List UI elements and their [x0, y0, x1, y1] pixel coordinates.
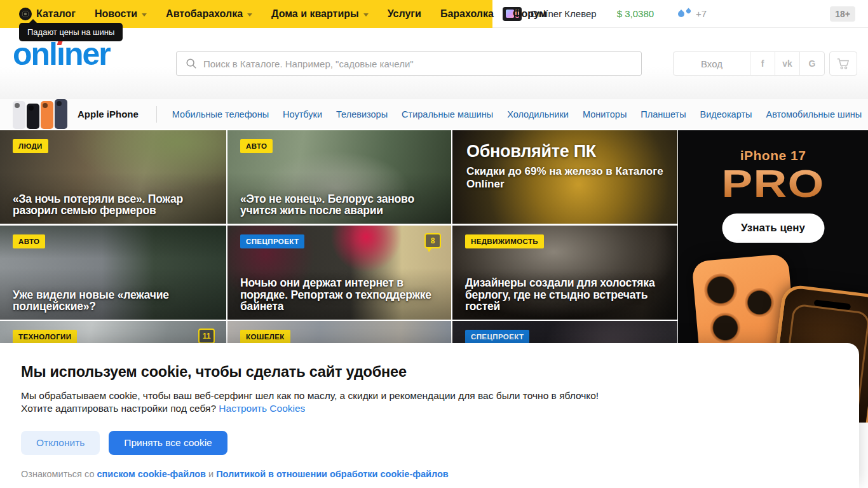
- facebook-login-button[interactable]: f: [750, 52, 775, 75]
- catalog-link-washers[interactable]: Стиральные машины: [402, 109, 493, 119]
- news-title: «За ночь потеряли все». Пожар разорил се…: [13, 193, 212, 216]
- login-button[interactable]: Вход: [674, 52, 750, 75]
- top-nav: Каталог Новости Автобарахолка Дома и ква…: [0, 0, 492, 28]
- rubric-badge[interactable]: НЕДВИЖИМОСТЬ: [465, 234, 544, 248]
- promo-subtitle: Скидки до 69% на железо в Каталоге Onlín…: [466, 165, 665, 191]
- top-nav-label: Новости: [95, 8, 137, 20]
- top-nav-label: Каталог: [36, 8, 76, 20]
- cookie-title: Мы используем cookie, чтобы сделать сайт…: [21, 363, 834, 381]
- top-nav-label: Дома и квартиры: [271, 8, 359, 20]
- search-box: [176, 51, 642, 76]
- auth-group: Вход f vk G: [673, 51, 825, 76]
- rain-icon: [677, 9, 686, 18]
- search-input[interactable]: [203, 58, 641, 69]
- rubric-badge[interactable]: СПЕЦПРОЕКТ: [240, 234, 304, 248]
- tire-icon: [19, 8, 32, 20]
- comments-count-badge[interactable]: 8: [424, 233, 441, 248]
- cookie-list-link[interactable]: списком cookie-файлов: [97, 469, 206, 479]
- iphone-thumbnail[interactable]: [13, 99, 69, 129]
- catalog-link-fridges[interactable]: Холодильники: [507, 109, 569, 119]
- catalog-link-laptops[interactable]: Ноутбуки: [283, 109, 322, 119]
- rubric-badge[interactable]: СПЕЦПРОЕКТ: [465, 330, 529, 344]
- header: onlıner Вход f vk G: [0, 28, 868, 99]
- cookie-policy-link[interactable]: Политикой в отношении обработки cookie-ф…: [216, 469, 449, 479]
- cart-icon: [836, 57, 850, 70]
- ad-cta-button[interactable]: Узнать цену: [722, 214, 824, 243]
- catalog-link-tablets[interactable]: Планшеты: [641, 109, 686, 119]
- top-nav-label: Услуги: [388, 8, 421, 20]
- comments-count-badge[interactable]: 11: [198, 329, 215, 344]
- top-nav-autobarakholka[interactable]: Автобарахолка: [166, 8, 252, 20]
- onliner-logo[interactable]: onlıner: [13, 38, 110, 70]
- catalog-links: Мобильные телефоны Ноутбуки Телевизоры С…: [172, 109, 862, 119]
- google-login-button[interactable]: G: [799, 52, 824, 75]
- chevron-down-icon: [363, 13, 369, 17]
- promo-title: Обновляйте ПК: [466, 142, 665, 161]
- top-bar: Каталог Новости Автобарахолка Дома и ква…: [0, 0, 868, 28]
- chevron-down-icon: [247, 13, 252, 17]
- currency-rate[interactable]: $ 3,0380: [617, 8, 654, 19]
- catalog-link-gpus[interactable]: Видеокарты: [700, 109, 752, 119]
- catalog-link-tvs[interactable]: Телевизоры: [336, 109, 388, 119]
- news-tile-speed-bumps[interactable]: АВТО Уже видели новые «лежачие полицейск…: [0, 226, 226, 320]
- rubric-badge[interactable]: ТЕХНОЛОГИИ: [13, 330, 77, 344]
- ad-title: PRO: [678, 161, 868, 206]
- configure-cookies-link[interactable]: Настроить Cookies: [219, 403, 305, 414]
- search-icon: [186, 58, 197, 69]
- cookie-body: Мы обрабатываем cookie, чтобы ваш веб-се…: [21, 390, 834, 416]
- top-bar-widgets: Onlíner Клевер $ 3,0380 +7 18+: [492, 0, 868, 28]
- top-nav-services[interactable]: Услуги: [388, 8, 421, 20]
- top-nav-forum[interactable]: Форум: [513, 8, 547, 20]
- chevron-down-icon: [142, 13, 147, 17]
- news-tile-tech-support[interactable]: СПЕЦПРОЕКТ 8 Ночью они держат интернет в…: [227, 226, 451, 320]
- divider: [156, 106, 157, 123]
- news-tile-farmers[interactable]: ЛЮДИ «За ночь потеряли все». Пожар разор…: [0, 130, 226, 224]
- onliner-homepage: Каталог Новости Автобарахолка Дома и ква…: [0, 0, 868, 488]
- cookie-footer: Ознакомиться со списком cookie-файлов и …: [21, 469, 834, 479]
- top-nav-barakholka[interactable]: Барахолка: [440, 8, 494, 20]
- top-nav-label: Форум: [513, 8, 547, 20]
- age-badge: 18+: [830, 6, 855, 22]
- news-title: «Это не конец». Белорус заново учится жи…: [240, 193, 437, 216]
- top-nav-news[interactable]: Новости: [95, 8, 147, 20]
- catalog-link-phones[interactable]: Мобильные телефоны: [172, 109, 269, 119]
- news-title: Дизайнеры создали для холостяка берлогу,…: [465, 277, 663, 312]
- catalog-nav: Apple iPhone Мобильные телефоны Ноутбуки…: [0, 99, 868, 129]
- catalog-tooltip[interactable]: Падают цены на шины: [19, 23, 123, 41]
- top-nav-catalog[interactable]: Каталог: [19, 8, 76, 20]
- rubric-badge[interactable]: КОШЕЛЕК: [240, 330, 290, 344]
- vk-login-button[interactable]: vk: [775, 52, 799, 75]
- rubric-badge[interactable]: АВТО: [13, 234, 45, 248]
- news-tile-accident[interactable]: АВТО «Это не конец». Белорус заново учит…: [227, 130, 451, 224]
- news-title: Уже видели новые «лежачие полицейские»?: [13, 289, 212, 312]
- promo-tile-pc[interactable]: Обновляйте ПК Скидки до 69% на железо в …: [452, 130, 677, 224]
- news-tile-bachelor-den[interactable]: НЕДВИЖИМОСТЬ Дизайнеры создали для холос…: [452, 226, 677, 320]
- catalog-featured-apple-iphone[interactable]: Apple iPhone: [78, 109, 139, 119]
- cookie-accept-button[interactable]: Принять все cookie: [109, 431, 227, 455]
- rain-icon: [686, 8, 692, 15]
- catalog-link-monitors[interactable]: Мониторы: [583, 109, 627, 119]
- top-nav-label: Барахолка: [440, 8, 494, 20]
- top-nav-label: Автобарахолка: [166, 8, 243, 20]
- top-nav-realty[interactable]: Дома и квартиры: [271, 8, 369, 20]
- cookie-decline-button[interactable]: Отклонить: [21, 431, 100, 455]
- news-title: Ночью они держат интернет в порядке. Реп…: [240, 277, 437, 312]
- cart-button[interactable]: [829, 51, 857, 76]
- rubric-badge[interactable]: ЛЮДИ: [13, 139, 48, 153]
- cookie-banner: Мы используем cookie, чтобы сделать сайт…: [0, 343, 859, 488]
- catalog-link-tires[interactable]: Автомобильные шины: [766, 109, 862, 119]
- weather-widget[interactable]: +7: [678, 8, 707, 19]
- rubric-badge[interactable]: АВТО: [240, 139, 273, 153]
- weather-temp: +7: [696, 8, 707, 19]
